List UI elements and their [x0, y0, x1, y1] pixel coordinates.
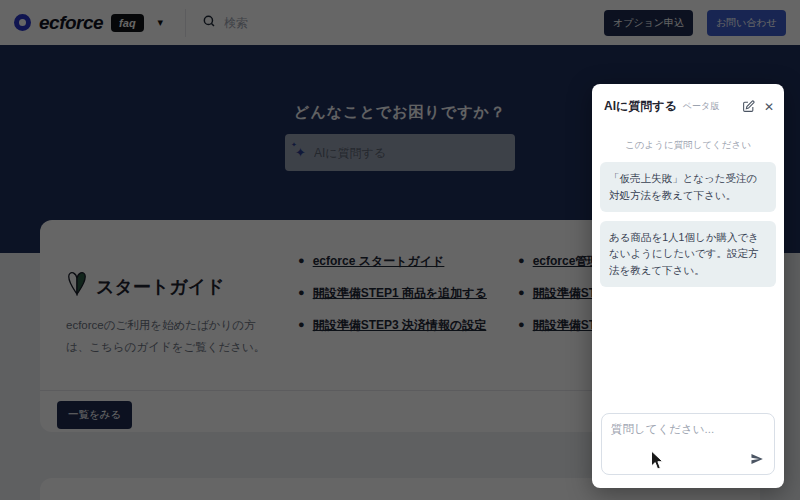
close-icon[interactable]: ✕	[764, 100, 774, 114]
ai-panel-header: AIに質問する ベータ版 ✕	[592, 84, 784, 115]
send-button[interactable]	[748, 452, 766, 468]
suggestion-chip[interactable]: ある商品を1人1個しか購入できないようにしたいです。設定方法を教えて下さい。	[600, 221, 776, 287]
open-external-icon[interactable]	[742, 100, 756, 114]
page: ecforce faq ▾ オプション申込 お問い合わせ どんなことでお困りです…	[0, 0, 800, 500]
ai-panel-title: AIに質問する	[604, 98, 677, 115]
ai-input-box	[601, 413, 775, 475]
suggestion-chip[interactable]: 「仮売上失敗」となった受注の対処方法を教えて下さい。	[600, 162, 776, 212]
send-icon	[749, 452, 765, 466]
beta-badge: ベータ版	[683, 100, 719, 113]
ai-question-input[interactable]	[602, 414, 774, 444]
ai-chat-panel: AIに質問する ベータ版 ✕ このように質問してください 「仮売上失敗」となった…	[592, 84, 784, 488]
ai-panel-actions: ✕	[742, 100, 774, 114]
ai-panel-hint: このように質問してください	[592, 139, 784, 152]
suggestion-list: 「仮売上失敗」となった受注の対処方法を教えて下さい。 ある商品を1人1個しか購入…	[592, 152, 784, 287]
